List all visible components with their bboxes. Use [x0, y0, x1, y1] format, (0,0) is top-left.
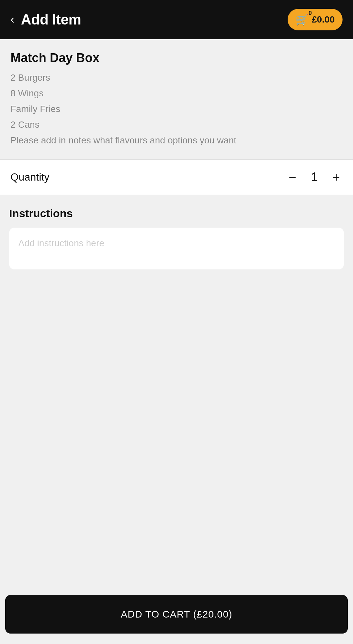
item-detail-burgers: 2 Burgers — [10, 71, 343, 85]
quantity-value: 1 — [310, 170, 319, 184]
item-detail-fries: Family Fries — [10, 102, 343, 116]
cart-icon-wrapper: 0 🛒 — [295, 13, 309, 26]
cart-icon: 🛒 — [295, 13, 309, 26]
instructions-section: Instructions — [0, 195, 353, 439]
item-details: 2 Burgers 8 Wings Family Fries 2 Cans Pl… — [10, 71, 343, 147]
item-detail-note: Please add in notes what flavours and op… — [10, 134, 343, 147]
quantity-label: Quantity — [10, 171, 49, 183]
item-name: Match Day Box — [10, 51, 343, 65]
quantity-increase-button[interactable]: + — [330, 171, 343, 184]
cart-count: 0 — [309, 10, 312, 16]
instructions-title: Instructions — [9, 207, 344, 220]
back-button[interactable]: ‹ — [10, 14, 14, 25]
item-detail-cans: 2 Cans — [10, 118, 343, 132]
cart-button[interactable]: 0 🛒 £0.00 — [288, 9, 343, 30]
header-left: ‹ Add Item — [10, 11, 81, 28]
quantity-section: Quantity − 1 + — [0, 160, 353, 195]
add-to-cart-button[interactable]: ADD TO CART (£20.00) — [5, 595, 348, 634]
item-detail-wings: 8 Wings — [10, 87, 343, 100]
cart-price: £0.00 — [312, 14, 335, 25]
quantity-decrease-button[interactable]: − — [286, 171, 299, 184]
item-section: Match Day Box 2 Burgers 8 Wings Family F… — [0, 39, 353, 160]
spacer — [0, 439, 353, 595]
quantity-controls: − 1 + — [286, 170, 343, 184]
header: ‹ Add Item 0 🛒 £0.00 — [0, 0, 353, 39]
page-title: Add Item — [21, 11, 81, 28]
instructions-input[interactable] — [9, 228, 344, 269]
